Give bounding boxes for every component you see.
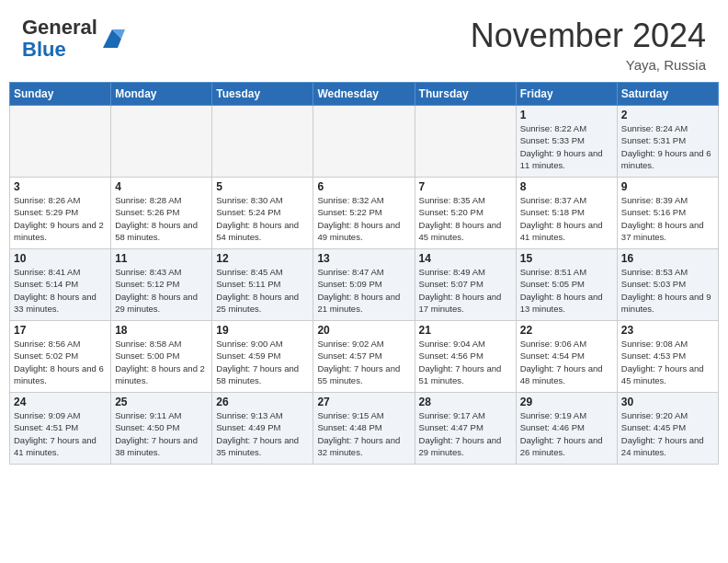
day-number: 24 — [14, 396, 107, 408]
day-number: 9 — [621, 180, 714, 193]
day-info: Sunrise: 8:43 AM Sunset: 5:12 PM Dayligh… — [115, 266, 208, 315]
day-number: 19 — [216, 324, 309, 337]
location: Yaya, Russia — [471, 57, 706, 73]
day-number: 11 — [115, 252, 208, 265]
header-sunday: Sunday — [10, 83, 111, 106]
day-info: Sunrise: 9:15 AM Sunset: 4:48 PM Dayligh… — [317, 409, 410, 458]
table-row — [111, 106, 212, 178]
table-row: 11Sunrise: 8:43 AM Sunset: 5:12 PM Dayli… — [111, 249, 212, 321]
table-row: 26Sunrise: 9:13 AM Sunset: 4:49 PM Dayli… — [212, 393, 313, 465]
calendar-week-row: 17Sunrise: 8:56 AM Sunset: 5:02 PM Dayli… — [10, 321, 719, 393]
table-row — [212, 106, 313, 178]
day-number: 21 — [419, 324, 512, 337]
table-row — [415, 106, 516, 178]
title-block: November 2024 Yaya, Russia — [471, 17, 706, 73]
table-row: 17Sunrise: 8:56 AM Sunset: 5:02 PM Dayli… — [10, 321, 111, 393]
day-number: 15 — [520, 252, 613, 265]
day-info: Sunrise: 8:49 AM Sunset: 5:07 PM Dayligh… — [419, 266, 512, 315]
day-number: 12 — [216, 252, 309, 265]
table-row: 30Sunrise: 9:20 AM Sunset: 4:45 PM Dayli… — [617, 393, 718, 465]
table-row: 22Sunrise: 9:06 AM Sunset: 4:54 PM Dayli… — [516, 321, 617, 393]
table-row: 21Sunrise: 9:04 AM Sunset: 4:56 PM Dayli… — [415, 321, 516, 393]
day-number: 2 — [621, 109, 714, 121]
day-number: 25 — [115, 396, 208, 408]
table-row: 20Sunrise: 9:02 AM Sunset: 4:57 PM Dayli… — [313, 321, 415, 393]
day-number: 10 — [14, 252, 107, 265]
day-number: 17 — [14, 324, 107, 337]
day-info: Sunrise: 8:35 AM Sunset: 5:20 PM Dayligh… — [419, 194, 512, 243]
table-row — [10, 106, 111, 178]
calendar-week-row: 3Sunrise: 8:26 AM Sunset: 5:29 PM Daylig… — [10, 178, 719, 249]
day-info: Sunrise: 9:00 AM Sunset: 4:59 PM Dayligh… — [216, 338, 309, 386]
day-info: Sunrise: 8:58 AM Sunset: 5:00 PM Dayligh… — [115, 338, 208, 386]
table-row: 19Sunrise: 9:00 AM Sunset: 4:59 PM Dayli… — [212, 321, 313, 393]
day-info: Sunrise: 9:08 AM Sunset: 4:53 PM Dayligh… — [621, 338, 714, 386]
day-info: Sunrise: 8:37 AM Sunset: 5:18 PM Dayligh… — [520, 194, 613, 243]
calendar-week-row: 1Sunrise: 8:22 AM Sunset: 5:33 PM Daylig… — [10, 106, 719, 178]
table-row — [313, 106, 415, 178]
day-number: 3 — [14, 180, 107, 193]
day-info: Sunrise: 9:17 AM Sunset: 4:47 PM Dayligh… — [419, 409, 512, 458]
day-number: 14 — [419, 252, 512, 265]
day-info: Sunrise: 8:39 AM Sunset: 5:16 PM Dayligh… — [621, 194, 714, 243]
day-number: 28 — [419, 396, 512, 408]
header-saturday: Saturday — [617, 83, 718, 106]
table-row: 29Sunrise: 9:19 AM Sunset: 4:46 PM Dayli… — [516, 393, 617, 465]
table-row: 10Sunrise: 8:41 AM Sunset: 5:14 PM Dayli… — [10, 249, 111, 321]
day-info: Sunrise: 9:13 AM Sunset: 4:49 PM Dayligh… — [216, 409, 309, 458]
table-row: 1Sunrise: 8:22 AM Sunset: 5:33 PM Daylig… — [516, 106, 617, 178]
day-number: 4 — [115, 180, 208, 193]
logo-general: General — [22, 16, 97, 39]
logo-icon — [99, 26, 125, 52]
table-row: 2Sunrise: 8:24 AM Sunset: 5:31 PM Daylig… — [617, 106, 718, 178]
table-row: 23Sunrise: 9:08 AM Sunset: 4:53 PM Dayli… — [617, 321, 718, 393]
table-row: 15Sunrise: 8:51 AM Sunset: 5:05 PM Dayli… — [516, 249, 617, 321]
day-number: 18 — [115, 324, 208, 337]
day-number: 16 — [621, 252, 714, 265]
day-number: 29 — [520, 396, 613, 408]
table-row: 8Sunrise: 8:37 AM Sunset: 5:18 PM Daylig… — [516, 178, 617, 249]
page-header: General Blue November 2024 Yaya, Russia — [0, 0, 728, 82]
table-row: 24Sunrise: 9:09 AM Sunset: 4:51 PM Dayli… — [10, 393, 111, 465]
table-row: 7Sunrise: 8:35 AM Sunset: 5:20 PM Daylig… — [415, 178, 516, 249]
day-info: Sunrise: 8:56 AM Sunset: 5:02 PM Dayligh… — [14, 338, 107, 386]
day-info: Sunrise: 8:53 AM Sunset: 5:03 PM Dayligh… — [621, 266, 714, 315]
table-row: 28Sunrise: 9:17 AM Sunset: 4:47 PM Dayli… — [415, 393, 516, 465]
day-info: Sunrise: 8:47 AM Sunset: 5:09 PM Dayligh… — [317, 266, 410, 315]
logo-blue: Blue — [22, 38, 66, 61]
header-friday: Friday — [516, 83, 617, 106]
day-info: Sunrise: 8:26 AM Sunset: 5:29 PM Dayligh… — [14, 194, 107, 243]
day-number: 5 — [216, 180, 309, 193]
day-info: Sunrise: 9:06 AM Sunset: 4:54 PM Dayligh… — [520, 338, 613, 386]
table-row: 5Sunrise: 8:30 AM Sunset: 5:24 PM Daylig… — [212, 178, 313, 249]
table-row: 27Sunrise: 9:15 AM Sunset: 4:48 PM Dayli… — [313, 393, 415, 465]
day-info: Sunrise: 9:11 AM Sunset: 4:50 PM Dayligh… — [115, 409, 208, 458]
day-info: Sunrise: 9:09 AM Sunset: 4:51 PM Dayligh… — [14, 409, 107, 458]
day-info: Sunrise: 8:41 AM Sunset: 5:14 PM Dayligh… — [14, 266, 107, 315]
header-thursday: Thursday — [415, 83, 516, 106]
day-info: Sunrise: 8:32 AM Sunset: 5:22 PM Dayligh… — [317, 194, 410, 243]
table-row: 4Sunrise: 8:28 AM Sunset: 5:26 PM Daylig… — [111, 178, 212, 249]
day-number: 1 — [520, 109, 613, 121]
day-number: 20 — [317, 324, 410, 337]
table-row: 13Sunrise: 8:47 AM Sunset: 5:09 PM Dayli… — [313, 249, 415, 321]
day-info: Sunrise: 9:02 AM Sunset: 4:57 PM Dayligh… — [317, 338, 410, 386]
header-tuesday: Tuesday — [212, 83, 313, 106]
calendar-week-row: 10Sunrise: 8:41 AM Sunset: 5:14 PM Dayli… — [10, 249, 719, 321]
day-info: Sunrise: 8:24 AM Sunset: 5:31 PM Dayligh… — [621, 122, 714, 171]
day-number: 26 — [216, 396, 309, 408]
calendar-week-row: 24Sunrise: 9:09 AM Sunset: 4:51 PM Dayli… — [10, 393, 719, 465]
day-info: Sunrise: 8:22 AM Sunset: 5:33 PM Dayligh… — [520, 122, 613, 171]
day-number: 27 — [317, 396, 410, 408]
logo-text: General Blue — [22, 17, 97, 61]
day-info: Sunrise: 8:45 AM Sunset: 5:11 PM Dayligh… — [216, 266, 309, 315]
table-row: 18Sunrise: 8:58 AM Sunset: 5:00 PM Dayli… — [111, 321, 212, 393]
table-row: 25Sunrise: 9:11 AM Sunset: 4:50 PM Dayli… — [111, 393, 212, 465]
day-number: 22 — [520, 324, 613, 337]
table-row: 6Sunrise: 8:32 AM Sunset: 5:22 PM Daylig… — [313, 178, 415, 249]
day-info: Sunrise: 8:51 AM Sunset: 5:05 PM Dayligh… — [520, 266, 613, 315]
logo: General Blue — [22, 17, 125, 61]
table-row: 14Sunrise: 8:49 AM Sunset: 5:07 PM Dayli… — [415, 249, 516, 321]
day-info: Sunrise: 9:20 AM Sunset: 4:45 PM Dayligh… — [621, 409, 714, 458]
table-row: 3Sunrise: 8:26 AM Sunset: 5:29 PM Daylig… — [10, 178, 111, 249]
